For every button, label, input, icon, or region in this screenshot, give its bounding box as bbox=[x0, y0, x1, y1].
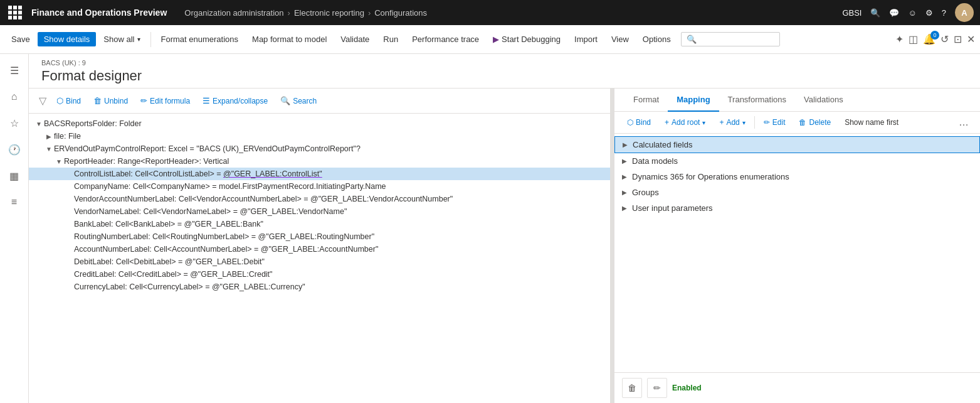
tree-item[interactable]: ▼ ReportHeader: Range<ReportHeader>: Ver… bbox=[29, 155, 610, 168]
edit-formula-button[interactable]: ✏ Edit formula bbox=[135, 94, 195, 108]
toolbar-icon-1[interactable]: ✦ bbox=[895, 33, 904, 45]
star-icon[interactable]: ☆ bbox=[3, 112, 26, 134]
dropdown-arrow-icon: ▾ bbox=[742, 119, 746, 126]
breadcrumb-config[interactable]: Configurations bbox=[374, 8, 427, 18]
hamburger-icon[interactable]: ☰ bbox=[3, 59, 26, 82]
avatar[interactable]: A bbox=[955, 3, 974, 22]
tab-validations[interactable]: Validations bbox=[795, 89, 852, 112]
datasource-calculated-fields[interactable]: ▶ Calculated fields bbox=[614, 136, 980, 153]
tree-arrow-icon: ▼ bbox=[34, 121, 44, 127]
run-button[interactable]: Run bbox=[377, 32, 404, 46]
tab-transformations[interactable]: Transformations bbox=[719, 89, 795, 112]
calendar-icon[interactable]: ▦ bbox=[3, 164, 26, 187]
tree-item-selected[interactable]: ControlListLabel: Cell<ControlListLabel>… bbox=[29, 168, 610, 180]
tree-item-text: AccountNumberLabel: Cell<AccountNumberLa… bbox=[74, 245, 605, 254]
unbind-button[interactable]: 🗑 Unbind bbox=[88, 94, 133, 108]
import-button[interactable]: Import bbox=[568, 32, 604, 46]
delete-bottom-button[interactable]: 🗑 bbox=[622, 378, 642, 398]
search-icon[interactable]: 🔍 bbox=[870, 8, 880, 18]
tree-item[interactable]: CurrencyLabel: Cell<CurrencyLabel> = @"G… bbox=[29, 281, 610, 293]
waffle-menu[interactable] bbox=[6, 4, 24, 21]
view-button[interactable]: View bbox=[605, 32, 635, 46]
show-details-button[interactable]: Show details bbox=[38, 32, 97, 46]
add-button[interactable]: + Add ▾ bbox=[714, 116, 750, 129]
breadcrumb-er[interactable]: Electronic reporting bbox=[294, 8, 364, 18]
toolbar-icon-4[interactable]: ⊡ bbox=[954, 33, 962, 45]
ds-arrow-icon: ▶ bbox=[622, 158, 632, 164]
tree-item[interactable]: ▼ ERVendOutPaymControlReport: Excel = "B… bbox=[29, 142, 610, 155]
save-button[interactable]: Save bbox=[5, 32, 36, 46]
tree-item[interactable]: VendorNameLabel: Cell<VendorNameLabel> =… bbox=[29, 205, 610, 218]
bind-icon: ⬡ bbox=[56, 96, 63, 105]
tree-item[interactable]: CompanyName: Cell<CompanyName> = model.F… bbox=[29, 180, 610, 193]
plus-icon: + bbox=[665, 118, 669, 127]
main-layout: ☰ ⌂ ☆ 🕐 ▦ ≡ BACS (UK) : 9 Format designe… bbox=[0, 54, 980, 403]
search-input[interactable] bbox=[699, 35, 774, 44]
performance-trace-button[interactable]: Performance trace bbox=[406, 32, 485, 46]
options-button[interactable]: Options bbox=[636, 32, 677, 46]
tree-item[interactable]: DebitLabel: Cell<DebitLabel> = @"GER_LAB… bbox=[29, 255, 610, 268]
help-icon[interactable]: ? bbox=[942, 8, 946, 18]
format-enumerations-button[interactable]: Format enumerations bbox=[155, 32, 245, 46]
tab-format[interactable]: Format bbox=[624, 89, 668, 112]
status-badge: Enabled bbox=[672, 384, 702, 392]
filter-icon[interactable]: ▽ bbox=[36, 92, 49, 109]
add-root-button[interactable]: + Add root ▾ bbox=[660, 116, 710, 129]
top-navigation: Finance and Operations Preview Organizat… bbox=[0, 0, 980, 25]
tree-item-text: file: File bbox=[54, 132, 605, 141]
datasource-user-input[interactable]: ▶ User input parameters bbox=[614, 200, 980, 216]
edit-bottom-button[interactable]: ✏ bbox=[647, 378, 667, 398]
map-format-button[interactable]: Map format to model bbox=[246, 32, 333, 46]
datasource-tree: ▶ Calculated fields ▶ Data models ▶ Dyna… bbox=[614, 134, 980, 372]
right-pane: Format Mapping Transformations Validatio… bbox=[614, 89, 980, 403]
ds-arrow-icon: ▶ bbox=[622, 173, 632, 180]
delete-ds-button[interactable]: 🗑 Delete bbox=[794, 116, 836, 129]
list-icon[interactable]: ≡ bbox=[3, 191, 26, 213]
tree-item[interactable]: ▼ BACSReportsFolder: Folder bbox=[29, 117, 610, 130]
tree-item-text: CompanyName: Cell<CompanyName> = model.F… bbox=[74, 182, 605, 191]
validate-button[interactable]: Validate bbox=[334, 32, 376, 46]
breadcrumb-org[interactable]: Organization administration bbox=[184, 8, 283, 18]
show-all-label: Show all bbox=[103, 35, 134, 44]
tree-item[interactable]: AccountNumberLabel: Cell<AccountNumberLa… bbox=[29, 243, 610, 255]
user-icon[interactable]: ☺ bbox=[908, 8, 916, 18]
more-options-icon[interactable]: … bbox=[955, 117, 972, 128]
tree-item-text: ReportHeader: Range<ReportHeader>: Verti… bbox=[64, 157, 605, 166]
tree-item[interactable]: CreditLabel: Cell<CreditLabel> = @"GER_L… bbox=[29, 268, 610, 281]
expand-collapse-button[interactable]: ☰ Expand/collapse bbox=[198, 94, 273, 108]
bind-datasource-button[interactable]: ⬡ Bind bbox=[622, 116, 656, 129]
tab-mapping[interactable]: Mapping bbox=[668, 89, 719, 112]
datasource-d365-enumerations[interactable]: ▶ Dynamics 365 for Operations enumeratio… bbox=[614, 169, 980, 185]
close-icon[interactable]: ✕ bbox=[967, 33, 975, 45]
page-header: BACS (UK) : 9 Format designer bbox=[29, 54, 980, 89]
home-icon[interactable]: ⌂ bbox=[3, 85, 26, 108]
tree-item[interactable]: ▶ file: File bbox=[29, 130, 610, 142]
left-pane-toolbar: ▽ ⬡ Bind 🗑 Unbind ✏ Edit formula ☰ bbox=[29, 89, 610, 114]
tree-item[interactable]: BankLabel: Cell<BankLabel> = @"GER_LABEL… bbox=[29, 218, 610, 230]
search-button[interactable]: 🔍 Search bbox=[275, 94, 322, 108]
notification-badge[interactable]: 🔔 0 bbox=[923, 33, 935, 45]
show-all-button[interactable]: Show all ▾ bbox=[97, 32, 146, 46]
datasource-groups[interactable]: ▶ Groups bbox=[614, 185, 980, 200]
ds-item-text: Dynamics 365 for Operations enumerations bbox=[632, 172, 972, 181]
ds-arrow-icon: ▶ bbox=[623, 141, 633, 148]
tree-item[interactable]: RoutingNumberLabel: Cell<RoutingNumberLa… bbox=[29, 230, 610, 243]
recent-icon[interactable]: 🕐 bbox=[3, 138, 26, 161]
chat-icon[interactable]: 💬 bbox=[889, 8, 899, 18]
start-debugging-button[interactable]: ▶ Start Debugging bbox=[487, 32, 567, 46]
datasource-data-models[interactable]: ▶ Data models bbox=[614, 153, 980, 169]
expand-icon: ☰ bbox=[203, 96, 210, 105]
right-pane-toolbar: ⬡ Bind + Add root ▾ + Add ▾ bbox=[614, 112, 980, 134]
show-name-first-label[interactable]: Show name first bbox=[840, 116, 904, 129]
tree-item[interactable]: VendorAccountNumberLabel: Cell<VendorAcc… bbox=[29, 193, 610, 205]
side-navigation: ☰ ⌂ ☆ 🕐 ▦ ≡ bbox=[0, 54, 29, 403]
unbind-icon: 🗑 bbox=[93, 96, 102, 105]
chevron-icon: › bbox=[288, 8, 290, 18]
ds-arrow-icon: ▶ bbox=[622, 189, 632, 196]
toolbar-icon-2[interactable]: ◫ bbox=[909, 33, 918, 45]
edit-ds-button[interactable]: ✏ Edit bbox=[759, 116, 791, 129]
toolbar-icon-3[interactable]: ↺ bbox=[940, 33, 949, 45]
ds-item-text: Groups bbox=[632, 188, 972, 197]
bind-button[interactable]: ⬡ Bind bbox=[51, 94, 86, 108]
settings-icon[interactable]: ⚙ bbox=[925, 8, 933, 18]
